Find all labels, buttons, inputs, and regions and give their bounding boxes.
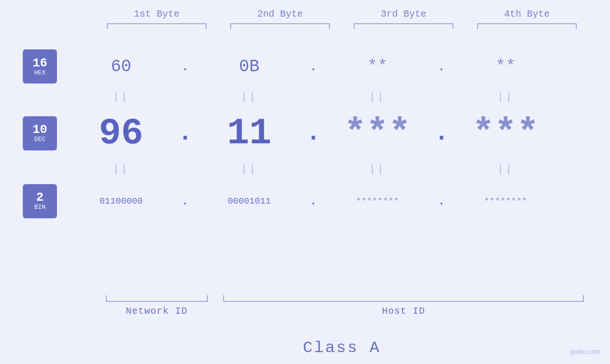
dec-val-2: 11 [195, 112, 304, 154]
byte-1-label: 1st Byte [134, 9, 179, 19]
bin-badge-label: BIN [34, 204, 45, 211]
dec-badge-label: DEC [34, 136, 45, 143]
host-id-bracket [223, 295, 584, 302]
dec-eq-spacer [23, 158, 57, 181]
host-id-section: Host ID [218, 295, 589, 317]
hex-val-3: ** [323, 57, 432, 76]
byte-2-header: 2nd Byte [221, 9, 339, 29]
eq-row-1: || || || || [66, 85, 610, 108]
eq-row-2: || || || || [66, 158, 610, 181]
dec-val-1: 96 [66, 112, 176, 154]
eq-2-4: || [451, 164, 560, 176]
page-container: 1st Byte 2nd Byte 3rd Byte 4th Byte 16 H… [0, 0, 610, 364]
hex-values-row: 60 . 0B . ** . ** [66, 47, 610, 85]
hex-badge-row: 16 HEX [23, 47, 57, 85]
bin-values-row: 01100000 . 00001011 . ******** . [66, 181, 610, 221]
byte-2-bracket [230, 23, 330, 29]
class-label: Class A [303, 339, 381, 357]
eq-2-1: || [66, 164, 176, 176]
bin-badge-row: 2 BIN [23, 181, 57, 221]
bin-badge-number: 2 [36, 191, 44, 204]
byte-1-header: 1st Byte [97, 9, 216, 29]
bin-val-4: ******** [451, 196, 560, 206]
data-values-col: 60 . 0B . ** . ** [57, 47, 610, 221]
dec-dot-2: . [304, 119, 323, 147]
hex-badge-number: 16 [32, 57, 47, 69]
eq-1-2: || [195, 91, 304, 103]
hex-dot-2: . [304, 59, 323, 74]
network-host-labels: Network ID Host ID [95, 295, 589, 317]
base-badges-col: 16 HEX 10 DEC 2 BIN [0, 47, 57, 221]
dec-val-3: *** [323, 112, 432, 154]
byte-4-label: 4th Byte [504, 9, 550, 19]
dec-dot-1: . [176, 119, 195, 147]
bin-val-3: ******** [323, 196, 432, 206]
hex-val-1: 60 [66, 57, 176, 76]
network-id-section: Network ID [95, 295, 218, 317]
hex-val-4: ** [451, 57, 560, 76]
eq-2-3: || [323, 164, 432, 176]
bin-dot-2: . [304, 194, 323, 208]
dec-badge-number: 10 [32, 123, 47, 136]
dec-values-row: 96 . 11 . *** . *** [66, 108, 610, 158]
byte-3-label: 3rd Byte [381, 9, 426, 19]
network-id-bracket [106, 295, 208, 302]
hex-eq-spacer [23, 85, 57, 108]
dec-dot-3: . [432, 119, 451, 147]
hex-badge: 16 HEX [23, 49, 57, 84]
hex-val-2: 0B [195, 57, 304, 76]
eq-1-4: || [451, 91, 560, 103]
bin-val-1: 01100000 [66, 196, 176, 206]
hex-badge-label: HEX [34, 69, 45, 76]
bin-badge: 2 BIN [23, 184, 57, 218]
byte-headers-row: 1st Byte 2nd Byte 3rd Byte 4th Byte [95, 9, 589, 29]
bin-val-2: 00001011 [195, 196, 304, 206]
byte-3-header: 3rd Byte [344, 9, 463, 29]
byte-4-header: 4th Byte [468, 9, 586, 29]
dec-badge-row: 10 DEC [23, 108, 57, 158]
byte-1-bracket [107, 23, 206, 29]
bin-dot-3: . [432, 194, 451, 208]
watermark: ipshu.com [570, 348, 601, 355]
dec-badge: 10 DEC [23, 116, 57, 150]
eq-1-1: || [66, 91, 176, 103]
bin-dot-1: . [176, 194, 195, 208]
byte-2-label: 2nd Byte [257, 9, 303, 19]
host-id-label: Host ID [382, 306, 425, 317]
eq-1-3: || [323, 91, 432, 103]
byte-3-bracket [354, 23, 453, 29]
dec-val-4: *** [451, 112, 560, 154]
main-data-section: 16 HEX 10 DEC 2 BIN [0, 47, 610, 221]
class-section: Class A [95, 339, 589, 357]
hex-dot-1: . [176, 59, 195, 74]
byte-4-bracket [477, 23, 577, 29]
network-id-label: Network ID [126, 306, 188, 317]
eq-2-2: || [195, 164, 304, 176]
hex-dot-3: . [432, 59, 451, 74]
